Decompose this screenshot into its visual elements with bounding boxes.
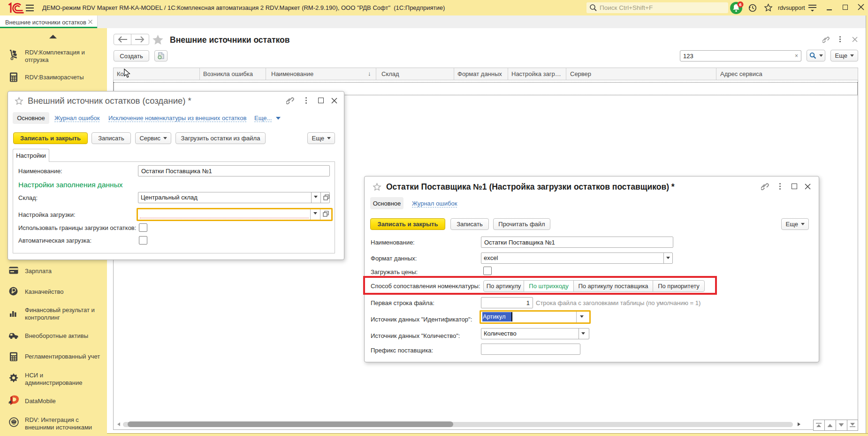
svg-text:6: 6 [739,2,741,7]
svg-text:m: m [8,401,11,404]
